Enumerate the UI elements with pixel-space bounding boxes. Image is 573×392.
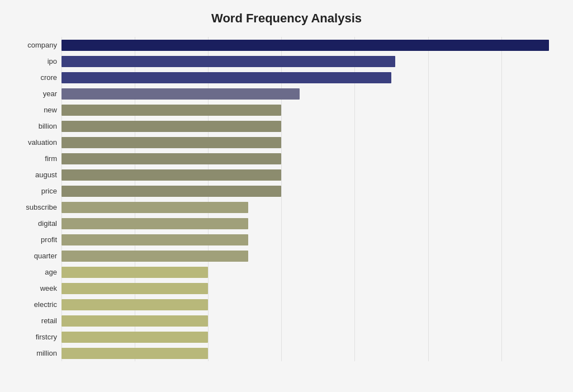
chart-area: companyipocroreyearnewbillionvaluationfi…: [17, 37, 556, 361]
bar-row: [61, 281, 556, 296]
bar-row: [61, 329, 556, 344]
y-axis-label: august: [17, 167, 57, 182]
bar-row: [61, 119, 556, 134]
bar-row: [61, 248, 556, 263]
bar: [61, 218, 248, 229]
y-axis-label: company: [17, 37, 57, 53]
y-axis-label: new: [17, 102, 57, 117]
bar-row: [61, 346, 556, 361]
bar: [61, 72, 391, 83]
bar-row: [61, 200, 556, 215]
y-axis-label: crore: [17, 70, 57, 85]
bar-row: [61, 86, 556, 101]
bar: [61, 234, 248, 245]
y-axis-label: retail: [17, 313, 57, 328]
bars-and-grid: [61, 37, 556, 361]
bar: [61, 283, 208, 294]
bar-row: [61, 54, 556, 69]
bar: [61, 56, 395, 67]
bar-row: [61, 37, 556, 53]
chart-title: Word Frequency Analysis: [17, 11, 556, 26]
y-axis-label: week: [17, 281, 57, 296]
y-axis-label: electric: [17, 297, 57, 312]
bar: [61, 169, 281, 181]
y-axis-label: billion: [17, 119, 57, 134]
bar: [61, 40, 549, 51]
y-axis-label: valuation: [17, 135, 57, 150]
bar-row: [61, 313, 556, 328]
bar: [61, 267, 208, 278]
bar-row: [61, 70, 556, 85]
y-axis-label: firstcry: [17, 329, 57, 344]
y-axis-label: million: [17, 346, 57, 361]
y-axis-label: firm: [17, 151, 57, 166]
bar-row: [61, 297, 556, 312]
bar: [61, 202, 248, 213]
bar-row: [61, 135, 556, 150]
bar: [61, 299, 208, 310]
y-axis-label: quarter: [17, 248, 57, 263]
y-axis-label: profit: [17, 232, 57, 247]
bar: [61, 315, 208, 327]
y-axis-label: digital: [17, 216, 57, 231]
bar-row: [61, 167, 556, 182]
y-axis-label: price: [17, 183, 57, 199]
bar: [61, 348, 208, 359]
bar-row: [61, 102, 556, 117]
y-axis-label: subscribe: [17, 200, 57, 215]
y-axis-label: ipo: [17, 54, 57, 69]
bar: [61, 186, 281, 197]
bar-row: [61, 232, 556, 247]
bar: [61, 332, 208, 343]
bar: [61, 121, 281, 132]
bar: [61, 105, 281, 116]
bar: [61, 251, 248, 262]
bar-row: [61, 265, 556, 280]
bar: [61, 137, 281, 148]
y-axis-label: age: [17, 265, 57, 280]
y-axis-labels: companyipocroreyearnewbillionvaluationfi…: [17, 37, 61, 361]
bar: [61, 153, 281, 164]
bar-row: [61, 183, 556, 199]
bar-row: [61, 216, 556, 231]
bar-row: [61, 151, 556, 166]
bar: [61, 88, 300, 100]
bars-wrapper: [61, 37, 556, 361]
chart-container: Word Frequency Analysis companyipocrorey…: [0, 0, 573, 392]
y-axis-label: year: [17, 86, 57, 101]
